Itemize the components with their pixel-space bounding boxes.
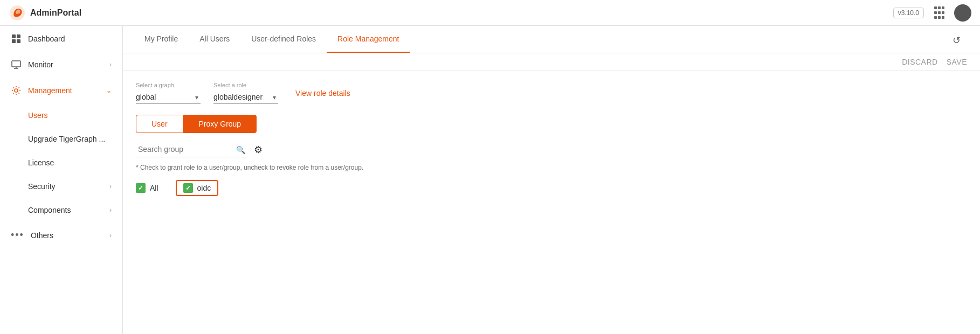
security-label: Security bbox=[28, 182, 56, 191]
checkbox-oidc[interactable]: ✓ oidc bbox=[176, 180, 219, 196]
monitor-label: Monitor bbox=[28, 60, 53, 69]
user-toggle-button[interactable]: User bbox=[136, 115, 183, 133]
sidebar-item-monitor[interactable]: Monitor › bbox=[0, 52, 122, 78]
sidebar-item-dashboard[interactable]: Dashboard bbox=[0, 26, 122, 52]
svg-rect-5 bbox=[12, 61, 20, 67]
sidebar-item-components[interactable]: Components › bbox=[0, 198, 122, 222]
graph-select[interactable]: global bbox=[136, 91, 201, 104]
save-button[interactable]: SAVE bbox=[947, 58, 967, 66]
sidebar-item-others[interactable]: ••• Others › bbox=[0, 222, 122, 248]
dashboard-label: Dashboard bbox=[28, 34, 65, 43]
role-select[interactable]: globaldesigner bbox=[213, 91, 278, 104]
view-role-details-link[interactable]: View role details bbox=[295, 89, 350, 98]
dashboard-icon bbox=[11, 33, 22, 44]
users-label: Users bbox=[28, 111, 48, 120]
header-right: v3.10.0 bbox=[893, 4, 971, 22]
header: AdminPortal v3.10.0 bbox=[0, 0, 980, 26]
proxy-group-toggle-button[interactable]: Proxy Group bbox=[183, 115, 257, 133]
sidebar-item-security[interactable]: Security › bbox=[0, 175, 122, 198]
management-icon bbox=[11, 85, 22, 96]
settings-gear-icon[interactable]: ⚙ bbox=[254, 144, 263, 156]
monitor-icon bbox=[11, 59, 22, 70]
security-chevron: › bbox=[109, 183, 112, 190]
toggle-buttons: User Proxy Group bbox=[136, 115, 967, 133]
version-badge: v3.10.0 bbox=[893, 8, 924, 18]
app-name: AdminPortal bbox=[30, 8, 81, 18]
others-dots-icon: ••• bbox=[11, 229, 24, 241]
tabs-list: My Profile All Users User-defined Roles … bbox=[134, 26, 410, 53]
content-body: Select a graph global ▾ Select a role bbox=[123, 71, 980, 207]
checkbox-all-check: ✓ bbox=[138, 184, 143, 192]
logo-icon bbox=[9, 4, 26, 22]
role-select-group: Select a role globaldesigner ▾ bbox=[213, 82, 278, 104]
svg-rect-1 bbox=[12, 34, 16, 38]
sidebar-item-users[interactable]: Users bbox=[0, 103, 122, 127]
others-label: Others bbox=[31, 231, 53, 240]
management-label: Management bbox=[28, 86, 72, 95]
svg-rect-3 bbox=[12, 39, 16, 43]
svg-point-8 bbox=[15, 89, 18, 92]
components-label: Components bbox=[28, 206, 71, 214]
graph-select-wrapper: global ▾ bbox=[136, 91, 201, 104]
checkbox-all-label: All bbox=[150, 184, 158, 192]
license-label: License bbox=[28, 158, 54, 167]
checkbox-oidc-box[interactable]: ✓ bbox=[183, 183, 193, 193]
tab-all-users[interactable]: All Users bbox=[189, 26, 240, 53]
sidebar: Dashboard Monitor › Management ⌄ Users U… bbox=[0, 26, 123, 334]
components-chevron: › bbox=[109, 206, 112, 214]
search-input-wrapper: 🔍 bbox=[136, 142, 247, 157]
layout: Dashboard Monitor › Management ⌄ Users U… bbox=[0, 26, 980, 334]
top-action-bar: DISCARD SAVE bbox=[123, 53, 980, 71]
svg-rect-4 bbox=[17, 39, 20, 43]
role-select-wrapper: globaldesigner ▾ bbox=[213, 91, 278, 104]
checkbox-all[interactable]: ✓ All bbox=[136, 183, 158, 193]
selects-row: Select a graph global ▾ Select a role bbox=[136, 82, 967, 104]
upgrade-label: Upgrade TigerGraph ... bbox=[28, 135, 105, 143]
management-chevron: ⌄ bbox=[106, 87, 112, 94]
user-avatar[interactable] bbox=[954, 4, 971, 22]
search-row: 🔍 ⚙ bbox=[136, 142, 967, 157]
tab-user-defined-roles[interactable]: User-defined Roles bbox=[240, 26, 327, 53]
refresh-icon[interactable]: ↺ bbox=[944, 28, 969, 53]
main-content: My Profile All Users User-defined Roles … bbox=[123, 26, 980, 334]
search-icon: 🔍 bbox=[236, 145, 245, 154]
sidebar-item-management[interactable]: Management ⌄ bbox=[0, 78, 122, 103]
tabs-bar: My Profile All Users User-defined Roles … bbox=[123, 26, 980, 53]
graph-select-group: Select a graph global ▾ bbox=[136, 82, 201, 104]
discard-button[interactable]: DISCARD bbox=[902, 58, 938, 66]
info-text: * Check to grant role to a user/group, u… bbox=[136, 164, 967, 171]
content-panel: My Profile All Users User-defined Roles … bbox=[123, 26, 980, 334]
search-group-input[interactable] bbox=[136, 142, 247, 157]
logo: AdminPortal bbox=[9, 4, 81, 22]
sidebar-item-license[interactable]: License bbox=[0, 151, 122, 175]
others-chevron: › bbox=[109, 232, 112, 239]
role-select-label: Select a role bbox=[213, 82, 278, 88]
graph-select-label: Select a graph bbox=[136, 82, 201, 88]
monitor-chevron: › bbox=[109, 61, 112, 68]
apps-grid-icon[interactable] bbox=[933, 6, 946, 19]
checkbox-all-box[interactable]: ✓ bbox=[136, 183, 146, 193]
svg-rect-2 bbox=[17, 34, 20, 38]
tab-my-profile[interactable]: My Profile bbox=[134, 26, 189, 53]
checkboxes-row: ✓ All ✓ oidc bbox=[136, 180, 967, 196]
sidebar-item-upgrade[interactable]: Upgrade TigerGraph ... bbox=[0, 127, 122, 151]
checkbox-oidc-check: ✓ bbox=[185, 184, 191, 192]
checkbox-oidc-label: oidc bbox=[197, 184, 211, 192]
tab-role-management[interactable]: Role Management bbox=[327, 26, 410, 53]
